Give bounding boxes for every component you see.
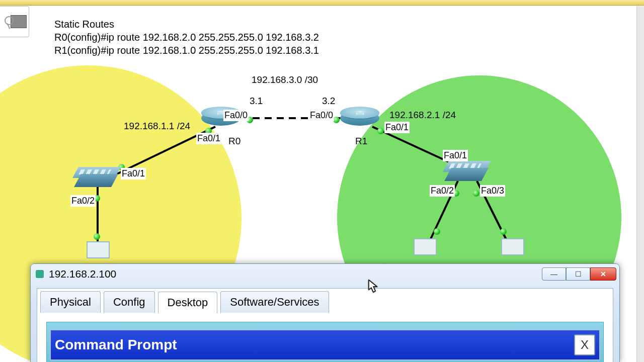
label-r1-lan: 192.168.2.1 /24	[389, 110, 456, 121]
link-led	[500, 228, 507, 235]
tab-bar: Physical Config Desktop Software/Service…	[37, 289, 613, 313]
tab-physical[interactable]: Physical	[40, 291, 101, 313]
maximize-button[interactable]: ☐	[566, 267, 590, 281]
app-icon	[36, 270, 44, 278]
label-r1-fa01: Fa0/1	[384, 122, 410, 133]
label-r1-name: R1	[355, 136, 367, 147]
tab-desktop[interactable]: Desktop	[158, 292, 218, 313]
window-client-area: Physical Config Desktop Software/Service…	[37, 288, 613, 362]
close-button[interactable]: ✕	[590, 267, 616, 281]
label-link-subnet: 192.168.3.0 /30	[252, 74, 318, 85]
command-prompt-title: Command Prompt	[55, 337, 177, 353]
pc-left[interactable]	[85, 241, 110, 261]
label-swl-fa01: Fa0/1	[121, 168, 146, 179]
switch-right[interactable]	[446, 161, 490, 184]
minimize-button[interactable]: —	[542, 267, 566, 281]
label-swr-fa02: Fa0/2	[430, 185, 455, 197]
window-titlebar[interactable]: 192.168.2.100 — ☐ ✕	[31, 264, 619, 284]
label-r1-fa00: Fa0/0	[309, 110, 334, 121]
link-led	[434, 228, 440, 235]
link-led	[473, 190, 479, 197]
link-led	[94, 233, 100, 240]
label-swl-fa02: Fa0/2	[70, 195, 96, 207]
desktop-panel: Command Prompt X	[46, 322, 604, 362]
label-r0-fa01: Fa0/1	[196, 133, 221, 144]
window-title: 192.168.2.100	[49, 268, 116, 280]
label-swr-fa03: Fa0/3	[480, 185, 505, 197]
tab-software-services[interactable]: Software/Services	[220, 291, 329, 313]
router-r1[interactable]: ⇄⇆	[340, 107, 379, 130]
pc-right-1[interactable]	[412, 238, 437, 258]
pc-config-window[interactable]: 192.168.2.100 — ☐ ✕ Physical Config Desk…	[30, 263, 620, 362]
label-r0-ip: 3.1	[250, 96, 263, 107]
label-r0-fa00: Fa0/0	[223, 110, 249, 121]
label-swr-fa01: Fa0/1	[443, 150, 468, 161]
command-prompt-header[interactable]: Command Prompt X	[50, 329, 600, 360]
label-r0-name: R0	[228, 136, 240, 147]
label-r0-lan: 192.168.1.1 /24	[124, 121, 190, 132]
pc-right-2[interactable]	[499, 238, 524, 258]
tab-config[interactable]: Config	[104, 291, 155, 313]
switch-left[interactable]	[75, 167, 120, 190]
label-r1-ip: 3.2	[322, 96, 335, 107]
command-prompt-close-button[interactable]: X	[574, 334, 595, 355]
